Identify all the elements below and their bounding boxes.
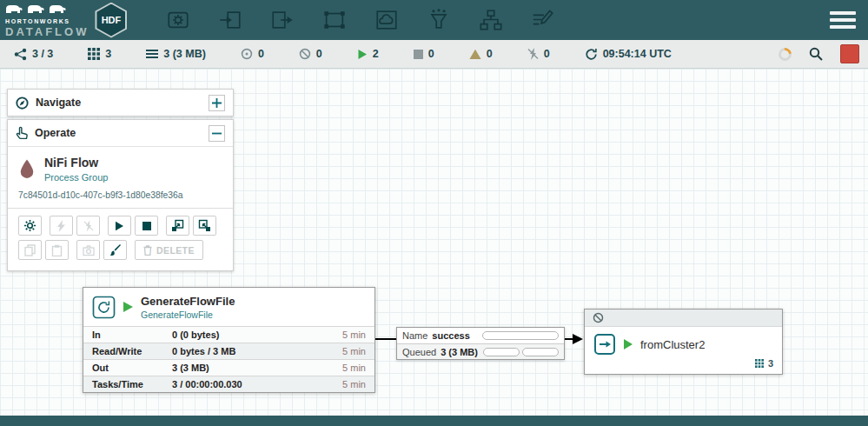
processor-type: GenerateFlowFile xyxy=(141,310,235,320)
refresh-icon[interactable] xyxy=(585,48,598,61)
fill-color-button[interactable] xyxy=(103,240,127,260)
selected-flow-type: Process Group xyxy=(44,172,108,183)
hortonworks-elephants-icon xyxy=(5,3,89,17)
connection-name-row: Name success xyxy=(397,328,564,343)
processor-generateflowfile[interactable]: GenerateFlowFile GenerateFlowFile In 0 (… xyxy=(83,287,375,393)
stop-square-icon xyxy=(142,222,151,230)
stat-row-readwrite: Read/Write 0 bytes / 3 MB 5 min xyxy=(83,343,374,359)
toolbar-template[interactable] xyxy=(478,7,504,33)
template-icon xyxy=(479,8,503,32)
status-bar: 3 / 3 3 3 (3 MB) 0 0 xyxy=(0,40,868,69)
brand-line1: HORTONWORKS xyxy=(5,18,89,24)
status-refresh: 09:54:14 UTC xyxy=(585,48,672,61)
toolbar-funnel[interactable] xyxy=(426,7,452,33)
upload-template-button[interactable] xyxy=(193,216,216,236)
queue-size-bar xyxy=(522,348,559,356)
not-transmitting-icon xyxy=(299,48,311,60)
queue-percent-bar xyxy=(482,331,559,340)
toolbar-label[interactable] xyxy=(530,7,556,33)
transmitting-icon xyxy=(241,48,253,60)
queued-list-icon xyxy=(146,49,158,59)
operate-collapse-button[interactable] xyxy=(209,125,225,142)
operate-panel: Operate NiFi Flow Process Group 7c84501d… xyxy=(7,119,234,271)
remote-process-group-icon xyxy=(374,8,399,32)
app-header: HORTONWORKS DATAFLOW HDF xyxy=(0,0,868,40)
search-button[interactable] xyxy=(809,47,823,61)
stat-row-in: In 0 (0 bytes) 5 min xyxy=(83,326,374,343)
paint-brush-icon xyxy=(109,244,122,256)
start-button[interactable] xyxy=(108,216,131,236)
component-toolbar xyxy=(165,7,556,33)
cluster-count: 3 xyxy=(105,48,111,60)
process-group-icon xyxy=(322,8,347,32)
toolbar-output-port[interactable] xyxy=(269,7,295,33)
connection-label[interactable]: Name success Queued 3 (3 MB) xyxy=(396,327,565,360)
stop-button[interactable] xyxy=(135,216,158,236)
invalid-count: 0 xyxy=(487,48,493,60)
invalid-triangle-icon xyxy=(469,49,481,60)
cluster-grid-icon xyxy=(88,48,100,60)
delete-button-label: DELETE xyxy=(156,245,195,256)
footer-bar xyxy=(0,416,868,426)
connection-queued-row: Queued 3 (3 MB) xyxy=(397,343,564,359)
copy-icon xyxy=(24,244,36,256)
configure-button[interactable] xyxy=(18,216,42,236)
navigate-panel: Navigate xyxy=(7,89,234,116)
processor-stats: In 0 (0 bytes) 5 min Read/Write 0 bytes … xyxy=(83,326,374,392)
toolbar-input-port[interactable] xyxy=(217,7,243,33)
stat-row-out: Out 3 (3 MB) 5 min xyxy=(83,359,374,376)
hand-pointer-icon xyxy=(16,126,28,140)
port-name: fromCluster2 xyxy=(640,338,705,351)
status-cluster: 3 xyxy=(88,48,111,60)
search-icon xyxy=(809,47,823,61)
paste-button[interactable] xyxy=(45,240,69,260)
toolbar-processor[interactable] xyxy=(165,7,191,33)
brand-line2: DATAFLOW xyxy=(5,26,89,37)
lightning-icon xyxy=(56,220,66,232)
play-icon xyxy=(115,221,124,231)
hdf-badge-label: HDF xyxy=(96,4,125,37)
toolbar-remote-process-group[interactable] xyxy=(374,7,400,33)
save-template-button[interactable] xyxy=(166,216,189,236)
bulletin-indicator[interactable] xyxy=(840,44,859,63)
navigate-expand-button[interactable] xyxy=(209,95,225,111)
processor-name: GenerateFlowFile xyxy=(141,295,235,308)
brand-logo[interactable]: HORTONWORKS DATAFLOW HDF xyxy=(0,3,127,38)
nifi-app: HORTONWORKS DATAFLOW HDF xyxy=(0,0,868,426)
queue-count-bar xyxy=(483,348,520,356)
not-transmitting-icon xyxy=(593,312,604,323)
connected-nodes-icon xyxy=(14,48,27,61)
progress-spinner-icon xyxy=(776,44,794,63)
minus-icon xyxy=(212,129,222,138)
hamburger-icon xyxy=(830,11,856,15)
enable-button[interactable] xyxy=(50,216,73,236)
flow-canvas[interactable]: Navigate Operate xyxy=(0,69,868,416)
processor-loop-icon xyxy=(92,296,116,319)
snapshot-button[interactable] xyxy=(76,240,100,260)
disabled-count: 0 xyxy=(544,48,550,60)
funnel-icon xyxy=(427,8,451,32)
toolbar-process-group[interactable] xyxy=(321,7,348,33)
disabled-icon xyxy=(527,48,539,60)
output-port-fromcluster2[interactable]: fromCluster2 3 xyxy=(584,309,783,375)
navigate-compass-icon xyxy=(16,97,29,110)
running-count: 2 xyxy=(373,48,379,60)
run-status-icon xyxy=(123,302,133,312)
output-port-icon xyxy=(270,8,295,32)
selected-flow-name: NiFi Flow xyxy=(44,156,108,170)
nifi-drop-icon xyxy=(18,158,36,181)
delete-button[interactable]: DELETE xyxy=(135,240,203,260)
gear-icon xyxy=(23,219,36,232)
operate-title: Operate xyxy=(35,127,202,139)
label-icon xyxy=(531,8,555,32)
lightning-slash-icon xyxy=(83,220,94,232)
output-port-icon xyxy=(593,333,616,356)
disable-button[interactable] xyxy=(76,216,100,236)
global-menu-button[interactable] xyxy=(830,11,856,29)
paste-icon xyxy=(51,244,63,256)
status-disabled: 0 xyxy=(527,48,550,60)
box-arrow-out-icon xyxy=(198,219,211,232)
copy-button[interactable] xyxy=(18,240,42,260)
connected-nodes-count: 3 / 3 xyxy=(32,48,53,60)
status-stopped: 0 xyxy=(414,48,434,60)
